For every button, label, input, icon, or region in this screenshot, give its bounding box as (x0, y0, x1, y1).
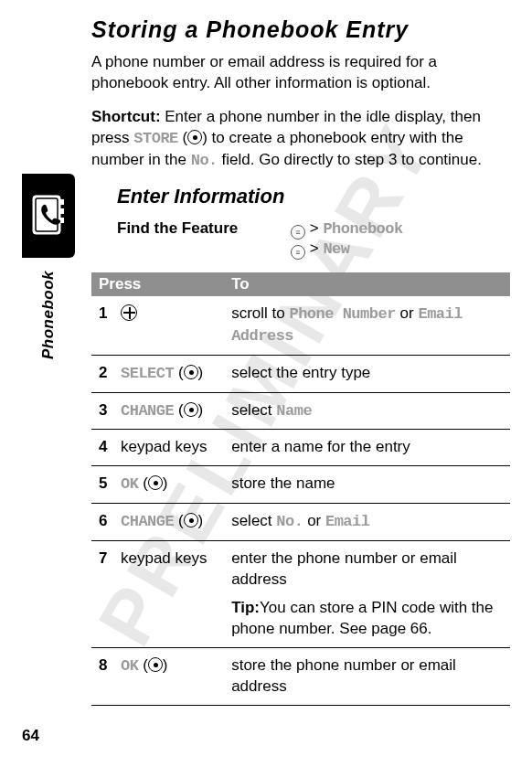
table-row: 7keypad keysenter the phone number or em… (91, 541, 510, 648)
press-cell: OK () (113, 466, 224, 504)
find-feature-row: Find the Feature ≡ > Phonebook ≡ > New (117, 219, 510, 260)
press-cell: OK () (113, 648, 224, 706)
to-cell: select No. or Email (224, 504, 510, 541)
table-row: 3CHANGE ()select Name (91, 392, 510, 430)
to-text: store the name (231, 474, 335, 492)
to-text: select (231, 512, 276, 529)
page-number: 64 (22, 727, 39, 745)
step-number: 6 (91, 504, 113, 541)
to-text: scroll to (231, 304, 289, 322)
table-header-row: Press To (91, 272, 510, 296)
to-ui: Phone Number (289, 305, 395, 323)
col-press: Press (91, 272, 224, 296)
to-cell: store the phone number or email address (224, 648, 510, 706)
step-number: 1 (91, 296, 113, 355)
softkey-icon (148, 475, 163, 490)
to-cell: enter a name for the entry (224, 430, 510, 466)
to-cell: enter the phone number or email addressT… (224, 541, 510, 648)
table-row: 8OK ()store the phone number or email ad… (91, 648, 510, 706)
softkey-icon (184, 365, 198, 379)
to-ui: No. (276, 513, 303, 530)
path-sep: > (310, 240, 319, 257)
to-ui: Name (276, 402, 312, 420)
softkey-icon (187, 130, 202, 144)
subheading: Enter Information (117, 185, 510, 208)
store-key-label: STORE (133, 130, 178, 147)
press-cell: keypad keys (113, 541, 224, 648)
side-marker: Phonebook (22, 174, 75, 363)
softkey-icon (148, 657, 163, 672)
to-cell: scroll to Phone Number or Email Address (224, 296, 510, 355)
shortcut-label: Shortcut: (91, 108, 161, 125)
find-feature-path: ≡ > Phonebook ≡ > New (291, 219, 403, 260)
tip-text: You can store a PIN code with the phone … (231, 599, 493, 637)
step-number: 3 (91, 392, 113, 430)
to-text: select the entry type (231, 364, 370, 381)
press-plain: keypad keys (121, 549, 207, 567)
table-row: 6CHANGE ()select No. or Email (91, 504, 510, 541)
press-plain: keypad keys (121, 438, 207, 455)
press-cell: SELECT () (113, 355, 224, 392)
tip-label: Tip: (231, 599, 260, 616)
col-to: To (224, 272, 510, 296)
svg-rect-3 (60, 208, 64, 214)
side-tab-icon (22, 174, 75, 258)
to-text: enter the phone number or email address (231, 549, 457, 588)
page-title: Storing a Phonebook Entry (91, 16, 510, 43)
phonebook-icon (29, 190, 68, 241)
to-text: or (396, 304, 419, 322)
path-sep: > (310, 219, 319, 237)
softkey-label: CHANGE (121, 513, 174, 530)
steps-table: Press To 1scroll to Phone Number or Emai… (91, 272, 510, 706)
softkey-icon (184, 513, 198, 527)
svg-rect-4 (60, 218, 64, 223)
to-text: or (303, 512, 325, 529)
to-text: select (231, 401, 276, 419)
table-row: 5OK ()store the name (91, 466, 510, 504)
tip-block: Tip:You can store a PIN code with the ph… (231, 598, 505, 640)
nav-key-icon (121, 304, 137, 321)
step-number: 7 (91, 541, 113, 648)
svg-rect-2 (60, 199, 64, 205)
step-number: 2 (91, 355, 113, 392)
to-ui: Email (325, 513, 370, 530)
menu-key-icon: ≡ (291, 245, 305, 260)
table-row: 4keypad keysenter a name for the entry (91, 430, 510, 466)
table-row: 1scroll to Phone Number or Email Address (91, 296, 510, 355)
path-phonebook: Phonebook (323, 220, 402, 238)
press-cell: CHANGE () (113, 392, 224, 430)
to-cell: select Name (224, 392, 510, 430)
find-feature-label: Find the Feature (117, 219, 291, 238)
softkey-label: SELECT (121, 365, 174, 382)
to-cell: select the entry type (224, 355, 510, 392)
softkey-label: CHANGE (121, 402, 174, 420)
softkey-label: OK (121, 475, 138, 493)
intro-paragraph: A phone number or email address is requi… (91, 52, 510, 94)
press-cell (113, 296, 224, 355)
page-content: Storing a Phonebook Entry A phone number… (91, 16, 510, 706)
step-number: 5 (91, 466, 113, 504)
step-number: 4 (91, 430, 113, 466)
shortcut-text-3: field. Go directly to step 3 to continue… (218, 151, 482, 168)
to-text: store the phone number or email address (231, 656, 456, 695)
to-cell: store the name (224, 466, 510, 504)
softkey-icon (184, 402, 198, 417)
step-number: 8 (91, 648, 113, 706)
softkey-label: OK (121, 657, 138, 675)
table-row: 2SELECT ()select the entry type (91, 355, 510, 392)
press-cell: keypad keys (113, 430, 224, 466)
path-new: New (323, 240, 349, 258)
press-cell: CHANGE () (113, 504, 224, 541)
menu-key-icon: ≡ (291, 225, 305, 240)
side-section-label: Phonebook (39, 271, 58, 359)
to-text: enter a name for the entry (231, 438, 410, 455)
shortcut-paragraph: Shortcut: Enter a phone number in the id… (91, 107, 510, 172)
no-field-label: No. (191, 152, 218, 169)
